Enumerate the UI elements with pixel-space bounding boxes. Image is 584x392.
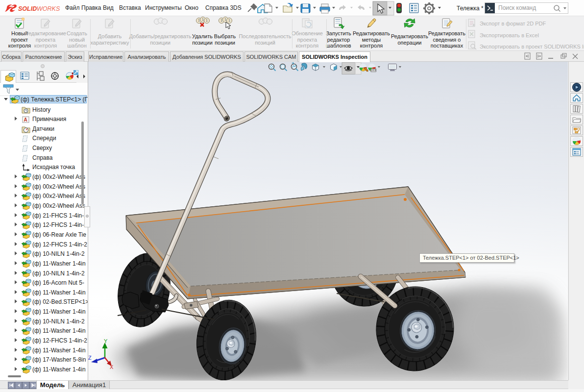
svg-text:1: 1 [206, 19, 208, 22]
svg-text:1: 1 [220, 19, 222, 22]
svg-text:SOLID: SOLID [18, 5, 37, 12]
svg-text:Y: Y [104, 338, 108, 344]
svg-text:1: 1 [198, 19, 200, 22]
svg-text:X: X [110, 364, 114, 370]
svg-text:WORKS: WORKS [37, 5, 60, 12]
svg-text:A: A [24, 117, 27, 122]
svg-text:1: 1 [202, 18, 204, 21]
svg-text:1: 1 [228, 19, 230, 22]
svg-text:1: 1 [224, 18, 226, 21]
svg-text:Z: Z [88, 355, 92, 361]
